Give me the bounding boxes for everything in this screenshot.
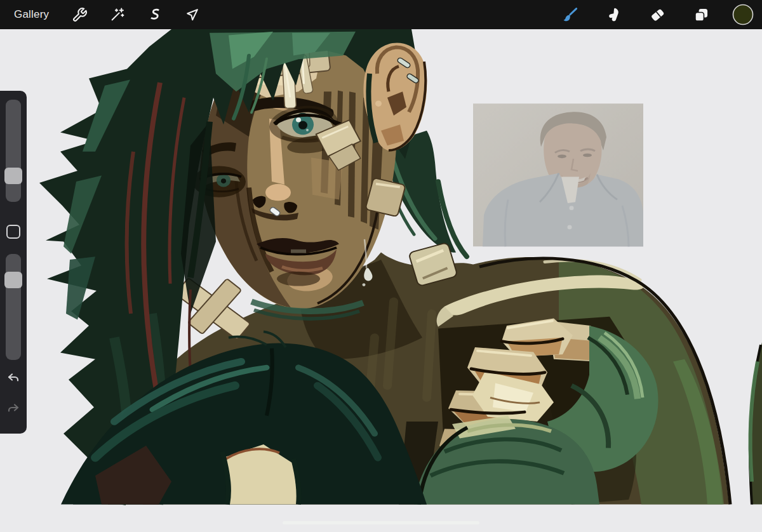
selection-button[interactable] [141, 1, 168, 28]
home-indicator[interactable] [283, 521, 479, 524]
canvas-area[interactable] [0, 29, 762, 532]
undo-button[interactable] [4, 369, 23, 389]
brush-icon [561, 6, 578, 23]
color-button[interactable] [732, 3, 754, 26]
gallery-button[interactable]: Gallery [11, 1, 51, 28]
toolbar-right-group [556, 0, 762, 29]
smudge-finger-icon [605, 6, 622, 23]
top-toolbar: Gallery [0, 0, 762, 29]
reference-photo[interactable] [473, 103, 643, 246]
magic-wand-icon [109, 7, 125, 23]
erase-button[interactable] [644, 1, 671, 28]
color-swatch [732, 3, 754, 26]
layers-icon [693, 6, 710, 23]
eraser-icon [649, 6, 666, 23]
brush-size-slider[interactable] [0, 100, 27, 202]
layers-button[interactable] [688, 1, 714, 28]
modify-button[interactable] [6, 225, 20, 239]
transform-arrow-icon [184, 7, 200, 23]
wrench-icon [72, 7, 88, 23]
artwork-painting[interactable] [0, 29, 762, 532]
tool-sidebar [0, 91, 27, 434]
undo-icon [6, 371, 21, 388]
redo-icon [6, 401, 21, 418]
brush-opacity-slider[interactable] [0, 254, 27, 360]
selection-s-icon [147, 7, 163, 23]
brush-size-thumb[interactable] [4, 168, 22, 184]
transform-button[interactable] [178, 1, 205, 28]
procreate-app: Gallery [0, 0, 762, 532]
paint-button[interactable] [556, 1, 583, 28]
redo-button[interactable] [4, 400, 23, 419]
brush-opacity-thumb[interactable] [4, 272, 22, 288]
brush-opacity-track[interactable] [6, 254, 21, 360]
toolbar-left-group: Gallery [0, 0, 205, 29]
adjustments-button[interactable] [104, 1, 130, 28]
actions-button[interactable] [66, 1, 93, 28]
brush-size-track[interactable] [6, 100, 21, 202]
smudge-button[interactable] [600, 1, 627, 28]
